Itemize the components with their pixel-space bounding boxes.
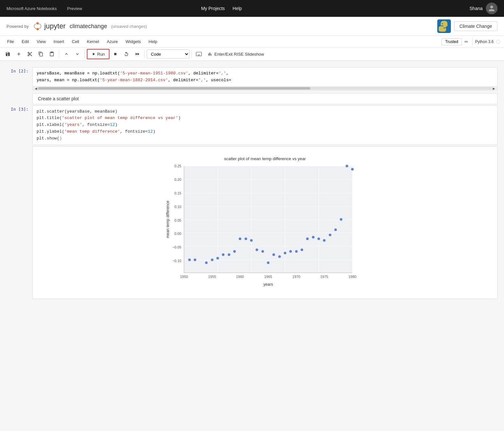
scroll-left-arrow[interactable]: ◀ (34, 87, 38, 90)
svg-point-53 (216, 257, 219, 260)
svg-point-73 (329, 234, 331, 236)
rise-slideshow-button[interactable]: Enter/Exit RISE Slideshow (207, 51, 264, 57)
run-label: Run (97, 52, 105, 57)
cell-1-code: yearsBase, meanBase = np.loadtxt('5-year… (33, 68, 497, 86)
menu-insert[interactable]: Insert (50, 38, 67, 45)
markdown-cell-container: Create a scatter plot (0, 92, 504, 105)
help-link[interactable]: Help (233, 6, 242, 11)
svg-point-70 (312, 236, 315, 238)
toolbar: Run CodeMarkdownRaw NBConvertHeading Ent… (0, 48, 504, 61)
svg-point-69 (306, 238, 309, 240)
stop-button[interactable] (110, 49, 120, 59)
edit-pencil-icon[interactable]: ✏ (464, 39, 468, 44)
plot-output: scatter plot of mean temp difference vs … (32, 146, 498, 299)
cell-1-scrollbar[interactable]: ◀ ▶ (33, 86, 497, 90)
trusted-button[interactable]: Trusted (441, 38, 462, 45)
menu-bar: File Edit View Insert Cell Kernel Azure … (0, 36, 504, 48)
svg-point-72 (323, 239, 326, 242)
svg-text:0.20: 0.20 (175, 178, 181, 182)
keyboard-button[interactable] (194, 49, 204, 59)
markdown-text: Create a scatter plot (38, 96, 79, 101)
cell-1-body[interactable]: yearsBase, meanBase = np.loadtxt('5-year… (32, 67, 498, 91)
svg-point-75 (340, 218, 342, 221)
svg-text:1980: 1980 (349, 275, 356, 279)
preview-label: Preview (67, 6, 82, 11)
menu-help[interactable]: Help (145, 38, 161, 45)
svg-rect-6 (196, 52, 202, 56)
svg-point-66 (289, 250, 292, 253)
svg-point-3 (37, 23, 38, 24)
menu-file[interactable]: File (4, 38, 17, 45)
toolbar-separator-2 (85, 50, 85, 58)
svg-point-55 (228, 253, 230, 256)
svg-point-50 (194, 259, 196, 261)
notebook-name: climatechange (70, 23, 107, 30)
nav-links: My Projects Help (201, 6, 242, 11)
cell-1-label: In [2]: (6, 67, 32, 91)
add-cell-button[interactable] (14, 49, 24, 59)
bar-chart-icon (207, 51, 212, 57)
cell-2-body[interactable]: plt.scatter(yearsBase, meanBase) plt.tit… (32, 105, 498, 145)
menu-view[interactable]: View (33, 38, 49, 45)
menu-edit[interactable]: Edit (18, 38, 32, 45)
menu-azure[interactable]: Azure (104, 38, 121, 45)
svg-point-51 (205, 261, 208, 264)
menu-cell[interactable]: Cell (69, 38, 82, 45)
move-down-button[interactable] (72, 49, 83, 59)
run-icon (91, 52, 96, 56)
jupyter-logo-icon (33, 21, 42, 31)
svg-point-68 (301, 249, 303, 251)
save-button[interactable] (3, 49, 13, 59)
menu-kernel[interactable]: Kernel (84, 38, 102, 45)
svg-text:1975: 1975 (320, 275, 328, 279)
kernel-status-indicator (496, 40, 500, 44)
user-section: Shana (470, 3, 498, 14)
svg-point-71 (317, 238, 320, 240)
svg-point-77 (351, 168, 354, 171)
scatter-chart: scatter plot of mean temp difference vs … (165, 153, 365, 292)
svg-text:0.25: 0.25 (175, 164, 181, 168)
svg-rect-14 (184, 166, 352, 273)
run-button[interactable]: Run (87, 49, 109, 59)
svg-point-54 (222, 253, 224, 256)
cell-2-code: plt.scatter(yearsBase, meanBase) plt.tit… (33, 106, 497, 145)
scroll-right-arrow[interactable]: ▶ (492, 87, 496, 90)
restart-button[interactable] (121, 49, 132, 59)
svg-point-76 (346, 165, 348, 167)
svg-text:1970: 1970 (292, 275, 300, 279)
svg-text:years: years (263, 282, 273, 287)
keyboard-icon (196, 52, 202, 56)
my-projects-link[interactable]: My Projects (201, 6, 225, 11)
brand-label: Microsoft Azure Notebooks (6, 6, 57, 11)
powered-by-label: Powered by (6, 24, 29, 29)
svg-text:mean temp difference: mean temp difference (166, 200, 170, 238)
svg-text:1955: 1955 (208, 275, 216, 279)
svg-point-64 (278, 255, 281, 258)
svg-text:0.05: 0.05 (175, 218, 181, 222)
markdown-cell[interactable]: Create a scatter plot (32, 93, 498, 104)
move-up-button[interactable] (61, 49, 72, 59)
fast-forward-button[interactable] (132, 49, 143, 59)
cell-1-container: In [2]: yearsBase, meanBase = np.loadtxt… (0, 67, 504, 91)
cell-type-select[interactable]: CodeMarkdownRaw NBConvertHeading (147, 50, 189, 59)
svg-point-62 (267, 261, 269, 264)
cell-2-container: In [3]: plt.scatter(yearsBase, meanBase)… (0, 105, 504, 145)
avatar[interactable] (486, 3, 498, 14)
rise-label: Enter/Exit RISE Slideshow (214, 52, 264, 57)
scrollbar-thumb (38, 87, 310, 90)
cut-button[interactable] (25, 49, 35, 59)
python-logo-icon (437, 19, 451, 33)
svg-point-61 (261, 250, 264, 253)
toolbar-separator-1 (59, 50, 59, 58)
kernel-version-label: Python 3.6 (475, 39, 494, 44)
svg-point-59 (250, 239, 253, 242)
chart-wrapper: scatter plot of mean temp difference vs … (39, 153, 491, 292)
svg-text:0.15: 0.15 (175, 191, 181, 195)
chart-title: scatter plot of mean temp difference vs … (224, 156, 306, 161)
notebook-content: In [2]: yearsBase, meanBase = np.loadtxt… (0, 61, 504, 307)
paste-button[interactable] (47, 49, 57, 59)
menu-widgets[interactable]: Widgets (122, 38, 144, 45)
copy-button[interactable] (36, 49, 46, 59)
jupyter-logo: jupyter (33, 21, 66, 31)
kernel-name-button[interactable]: Climate Change (454, 21, 498, 31)
